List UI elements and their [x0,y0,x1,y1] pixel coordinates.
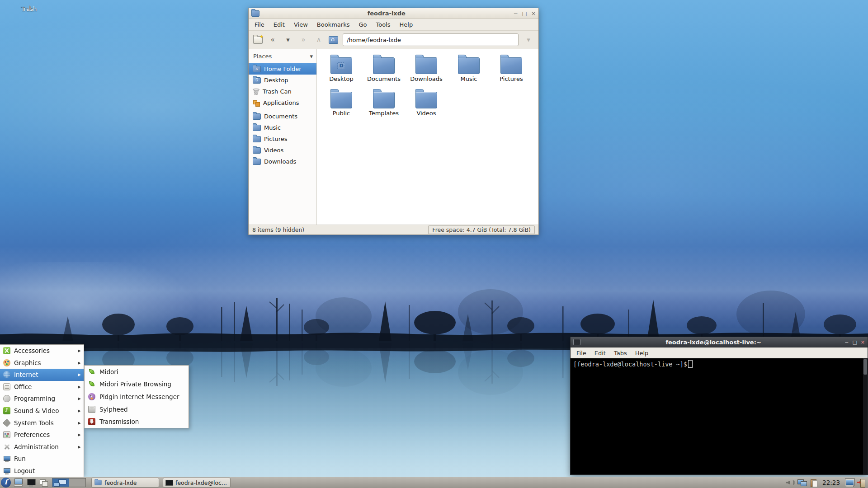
folder-icon [415,92,437,108]
sidebar-item-downloads[interactable]: Downloads [249,156,316,167]
folder-item-pictures[interactable]: Pictures [490,53,533,88]
menu-bookmarks[interactable]: Bookmarks [313,20,354,29]
workspace-2[interactable] [69,479,85,487]
maximize-button[interactable]: □ [522,11,527,16]
history-dropdown-icon[interactable]: ▾ [283,34,293,45]
menu-item-programming[interactable]: Programming ▶ [0,393,84,405]
menu-item-preferences[interactable]: Preferences ▶ [0,429,84,441]
go-jump-icon[interactable]: ▾ [523,34,534,45]
sidebar-item-applications[interactable]: Applications [249,97,316,108]
workspace-1[interactable] [52,479,69,487]
sidebar-item-documents[interactable]: Documents [249,111,316,122]
show-desktop-icon[interactable] [39,478,49,487]
volume-icon[interactable] [785,479,794,487]
network-icon[interactable] [797,479,807,487]
menu-item-logout[interactable]: Logout [0,465,84,477]
home-icon[interactable] [329,36,338,44]
folder-item-desktop[interactable]: D Desktop [320,53,363,88]
sidebar-item-videos[interactable]: Videos [249,145,316,156]
menu-tabs[interactable]: Tabs [610,348,631,358]
path-input[interactable] [343,33,519,46]
terminal-content[interactable]: [feodra-lxde@localhost-live ~]$ [571,358,868,474]
back-icon[interactable]: « [267,34,278,45]
folder-icon [94,480,101,485]
maximize-button[interactable]: □ [852,339,857,345]
submenu-item-midori-private[interactable]: Midori Private Browsing [85,378,189,391]
menu-file[interactable]: File [572,348,590,358]
lock-screen-icon[interactable] [844,479,854,487]
terminal-icon [165,480,173,486]
menu-item-internet[interactable]: Internet ▶ [0,369,84,381]
items-count: 8 items (9 hidden) [252,226,428,233]
folder-icon [373,92,395,108]
programming-icon [3,395,10,402]
sidebar-item-music[interactable]: Music [249,122,316,133]
submenu-item-pidgin[interactable]: Pidgin Internet Messenger [85,390,189,403]
menu-help[interactable]: Help [396,20,417,29]
menu-edit[interactable]: Edit [269,20,289,29]
start-menu-button[interactable]: f [1,478,11,488]
terminal-titlebar[interactable]: feodra-lxde@localhost-live:~ − □ × [571,337,868,347]
folder-item-documents[interactable]: Documents [363,53,405,88]
places-header: Places [253,53,310,60]
window-folder-icon [251,10,259,17]
menu-file[interactable]: File [250,20,269,29]
shell-prompt: [feodra-lxde@localhost-live ~]$ [573,361,687,368]
places-collapse-icon[interactable]: ▾ [310,53,313,60]
folder-icon [373,57,395,74]
menu-view[interactable]: View [290,20,312,29]
submenu-item-midori[interactable]: Midori [85,366,189,378]
file-manager-launcher-icon[interactable] [14,478,24,487]
administration-tools-icon [3,443,10,450]
menu-go[interactable]: Go [354,20,371,29]
menu-item-accessories[interactable]: Accessories ▶ [0,345,84,357]
menu-help[interactable]: Help [631,348,653,358]
logout-icon[interactable] [857,479,866,487]
clipboard-icon[interactable] [810,479,818,487]
close-button[interactable]: × [861,339,865,345]
new-tab-icon[interactable] [253,36,263,44]
menu-item-system-tools[interactable]: System Tools ▶ [0,417,84,429]
folder-icon [253,113,261,120]
submenu-arrow-icon: ▶ [78,432,81,437]
forward-icon[interactable]: » [298,34,309,45]
start-menu: Accessories ▶ Graphics ▶ Internet ▶ Offi… [0,344,84,477]
transmission-icon [88,418,95,425]
menu-item-run[interactable]: Run [0,453,84,465]
file-manager-window: feodra-lxde − □ × File Edit View Bookmar… [248,8,539,235]
menu-item-administration[interactable]: Administration ▶ [0,441,84,453]
folder-item-music[interactable]: Music [448,53,490,88]
terminal-scrollbar[interactable] [863,358,868,474]
menu-edit[interactable]: Edit [590,348,610,358]
sidebar-item-pictures[interactable]: Pictures [249,133,316,145]
sidebar-item-home-folder[interactable]: ⌂ Home Folder [249,63,316,75]
up-icon[interactable]: ∧ [313,34,324,45]
submenu-item-transmission[interactable]: Transmission [85,415,189,428]
task-button-terminal[interactable]: feodra-lxde@loc... [163,478,231,488]
folder-item-downloads[interactable]: Downloads [405,53,448,88]
menu-item-graphics[interactable]: Graphics ▶ [0,357,84,369]
folder-item-templates[interactable]: Templates [363,88,405,122]
system-tools-gear-icon [3,419,10,427]
applications-icon [253,100,260,106]
menu-tools[interactable]: Tools [372,20,394,29]
minimize-button[interactable]: − [514,11,518,16]
terminal-cursor [688,360,693,368]
terminal-launcher-icon[interactable] [26,478,36,487]
minimize-button[interactable]: − [844,339,849,345]
scrollbar-thumb[interactable] [863,359,867,375]
file-manager-titlebar[interactable]: feodra-lxde − □ × [249,8,538,19]
folder-icon [415,57,437,74]
close-button[interactable]: × [531,11,536,16]
submenu-item-sylpheed[interactable]: Sylpheed [85,403,189,416]
desktop-trash-icon[interactable]: Trash [16,5,42,12]
clock[interactable]: 22:23 [822,479,840,486]
folder-item-public[interactable]: Public [320,88,363,122]
sidebar-item-trash-can[interactable]: Trash Can [249,86,316,97]
sidebar-item-desktop[interactable]: D Desktop [249,75,316,86]
task-button-file-manager[interactable]: feodra-lxde [91,478,159,488]
menu-item-office[interactable]: Office ▶ [0,381,84,393]
submenu-arrow-icon: ▶ [78,421,81,425]
folder-item-videos[interactable]: Videos [405,88,448,122]
menu-item-sound-video[interactable]: Sound & Video ▶ [0,405,84,417]
